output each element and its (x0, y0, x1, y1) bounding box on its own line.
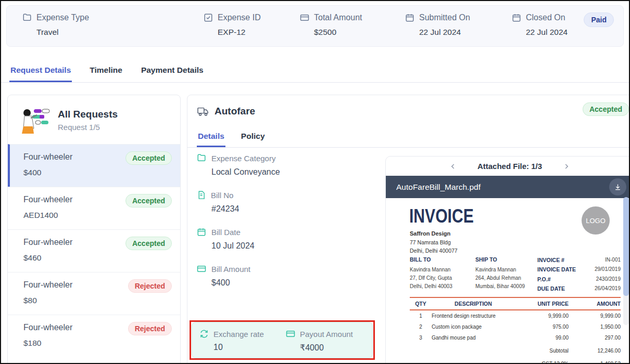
company-address-line: 77 Namrata Bldg (410, 238, 458, 246)
field-label: Submitted On (419, 13, 470, 22)
field-bill-date: Bill Date 10 Jul 2024 (197, 227, 369, 251)
status-badge: Accepted (125, 237, 172, 250)
col-header-description: DESCRIPTION (432, 297, 515, 310)
summary-field-closed-on: Closed On 22 Jul 2024 (512, 13, 568, 37)
sidebar-title: All Requests (58, 109, 118, 120)
status-badge: Accepted (125, 151, 172, 165)
ship-to-line: Kavindra Mannan (475, 266, 525, 274)
field-label: Expense ID (218, 13, 261, 22)
invoice-title: INVOICE (409, 204, 474, 227)
meta-label: DUE DATE (537, 284, 565, 293)
expense-summary-header: Expense Type Travel Expense ID EXP-12 To… (6, 5, 624, 47)
pdf-scrollbar-thumb[interactable] (623, 197, 629, 296)
field-value: #24234 (211, 204, 369, 214)
bill-to-line: 27, Dlf City, Gupta (410, 274, 452, 282)
bill-to-line: Kavindra Mannan (410, 266, 452, 274)
field-label: Closed On (526, 13, 565, 22)
meta-value: 26/04/2019 (595, 284, 621, 293)
ship-to-line: 264, Abdul Rehman (475, 274, 525, 282)
field-value: 22 Jul 2024 (419, 28, 470, 37)
request-list-item[interactable]: Four-wheeler Accepted $460 (8, 229, 180, 272)
col-header-amount: AMOUNT (569, 297, 621, 310)
truck-icon (197, 106, 209, 116)
field-value: $400 (211, 278, 369, 288)
detail-tabs: Details Policy (187, 128, 630, 148)
field-label: Expense Category (211, 154, 275, 163)
meta-value: 2430/2019 (596, 275, 621, 284)
requests-illustration-icon (18, 106, 51, 135)
field-expense-category: Expense Category Local Conveyance (197, 153, 369, 177)
file-title-bar: AutoFareBill_March.pdf (386, 176, 630, 198)
field-value: EXP-12 (218, 28, 261, 37)
previous-file-button[interactable] (449, 163, 457, 170)
invoice-row: 3 Gandhi mouse pad 99.00 297.00 (410, 332, 621, 343)
meta-value: 29/01/2019 (595, 265, 621, 274)
credit-card-icon (197, 264, 206, 274)
download-button[interactable] (609, 178, 626, 196)
field-value: Local Conveyance (211, 167, 369, 177)
invoice-meta: INVOICE #IN-001 INVOICE DATE29/01/2019 P… (537, 255, 621, 294)
company-name: Saffron Design (410, 229, 458, 238)
request-list-item[interactable]: Four-wheeler Rejected $80 (8, 272, 180, 315)
invoice-company-address: Saffron Design 77 Namrata Bldg Delhi, De… (410, 229, 458, 255)
request-list-item[interactable]: Four-wheeler Rejected $180 (8, 315, 180, 357)
summary-field-total-amount: Total Amount $2500 (300, 13, 362, 37)
ship-to-header: SHIP TO (475, 255, 525, 264)
sidebar-header: All Requests Request 1/5 (8, 95, 180, 144)
tab-request-details[interactable]: Request Details (9, 61, 72, 82)
request-detail-panel: Autofare Accepted Details Policy Expense… (187, 95, 630, 364)
request-name-title: Autofare (215, 106, 255, 117)
request-list-item[interactable]: Four-wheeler Accepted AED1400 (8, 187, 180, 229)
company-address-line: Delhi, Delhi 400077 (410, 246, 458, 255)
paid-status-badge: Paid (584, 12, 614, 27)
calendar-icon (512, 13, 521, 22)
request-amount: $400 (23, 168, 172, 177)
next-file-button[interactable] (563, 163, 570, 170)
status-badge: Rejected (128, 322, 172, 335)
requests-sidebar: All Requests Request 1/5 Four-wheeler Ac… (7, 95, 181, 364)
invoice-preview: INVOICE LOGO Saffron Design 77 Namrata B… (386, 198, 630, 364)
attached-file-viewer: Attached File: 1/3 AutoFareBill_March.pd… (385, 156, 630, 364)
field-value: 10 Jul 2024 (211, 241, 369, 251)
summary-field-expense-type: Expense Type Travel (22, 13, 89, 37)
invoice-row: 2 Custom icon package 975.00 1,950.00 (410, 321, 621, 332)
file-name: AutoFareBill_March.pdf (396, 183, 481, 192)
invoice-line-items-table: QTY DESCRIPTION UNIT PRICE AMOUNT 1 Fron… (410, 297, 621, 364)
tab-policy[interactable]: Policy (240, 128, 266, 147)
invoice-row: 1 Frontend design restructure 9,999.00 9… (410, 310, 621, 321)
request-amount: $180 (23, 339, 172, 348)
request-list-item[interactable]: Four-wheeler Accepted $400 (8, 144, 180, 187)
tab-payment-details[interactable]: Payment Details (140, 61, 205, 82)
field-label: Bill No (211, 191, 233, 200)
field-label: Expense Type (36, 13, 89, 22)
field-bill-no: Bill No #24234 (197, 190, 369, 214)
field-bill-amount: Bill Amount $400 (197, 264, 369, 288)
field-label: Total Amount (314, 13, 362, 22)
invoice-subtotal-row: Subtotal 12,246.00 (410, 343, 621, 356)
folder-icon (22, 13, 32, 22)
invoice-ship-to: SHIP TO Kavindra Mannan 264, Abdul Rehma… (475, 255, 525, 291)
detail-fields: Expense Category Local Conveyance Bill N… (197, 153, 369, 301)
invoice-logo: LOGO (582, 206, 610, 235)
meta-value: IN-001 (605, 255, 621, 265)
summary-field-expense-id: Expense ID EXP-12 (204, 13, 261, 37)
attached-file-counter: Attached File: 1/3 (477, 162, 542, 171)
sidebar-subtitle: Request 1/5 (58, 123, 118, 132)
invoice-bill-to: BILL TO Kavindra Mannan 27, Dlf City, Gu… (410, 255, 452, 291)
meta-label: INVOICE # (537, 255, 564, 265)
annotation-highlight-rectangle (190, 320, 375, 360)
field-label: Bill Amount (211, 265, 250, 274)
calendar-icon (405, 13, 414, 22)
file-text-icon (197, 190, 206, 200)
bill-to-header: BILL TO (410, 255, 452, 264)
field-value: 22 Jul 2024 (526, 28, 568, 37)
tab-details[interactable]: Details (197, 128, 225, 147)
field-value: Travel (36, 28, 89, 37)
field-value: $2500 (314, 28, 362, 37)
col-header-unit-price: UNIT PRICE (515, 297, 569, 310)
pdf-scrollbar-track[interactable] (623, 199, 629, 325)
meta-label: INVOICE DATE (537, 265, 576, 274)
tab-timeline[interactable]: Timeline (89, 61, 123, 82)
summary-field-submitted-on: Submitted On 22 Jul 2024 (405, 13, 470, 37)
status-badge: Accepted (125, 194, 172, 207)
